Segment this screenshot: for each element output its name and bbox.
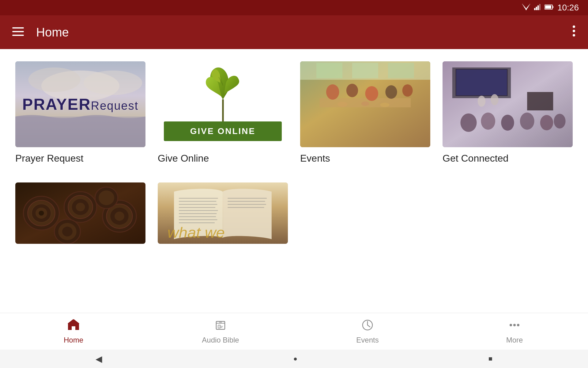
svg-rect-8 <box>12 27 24 29</box>
android-nav-bar: ◀ ● ■ <box>0 350 588 368</box>
cards-grid-second: what we <box>15 182 573 244</box>
svg-point-28 <box>385 85 397 99</box>
svg-point-17 <box>84 71 142 95</box>
getconnected-photo <box>443 61 573 147</box>
svg-point-32 <box>380 103 389 107</box>
page-title: Home <box>36 25 69 39</box>
card-label-events: Events <box>300 153 430 164</box>
signal-icon <box>534 3 541 12</box>
main-content: PRAYERRequest Prayer Request <box>0 49 588 313</box>
card-label-getconnected: Get Connected <box>443 153 573 164</box>
events-clock-icon <box>361 318 374 333</box>
app-bar: Home <box>0 15 588 49</box>
give-online-container: GIVE ONLINE <box>158 61 288 147</box>
card-get-connected[interactable]: Get Connected <box>443 61 573 164</box>
svg-rect-23 <box>388 63 414 78</box>
svg-point-60 <box>115 212 124 221</box>
svg-rect-4 <box>539 4 540 10</box>
svg-rect-9 <box>12 31 24 32</box>
svg-rect-71 <box>179 210 218 211</box>
card-image-bible: what we <box>158 182 288 244</box>
bottom-nav: Home Audio Bible Events <box>0 313 588 350</box>
card-image-give: GIVE ONLINE <box>158 61 288 147</box>
card-bible[interactable]: what we <box>158 182 288 244</box>
svg-point-0 <box>526 9 527 10</box>
svg-rect-73 <box>179 216 216 217</box>
svg-rect-7 <box>552 6 553 8</box>
android-home-button[interactable]: ● <box>293 355 297 363</box>
svg-rect-74 <box>179 219 217 220</box>
svg-rect-1 <box>534 8 535 10</box>
status-bar: 10:26 <box>0 0 588 15</box>
svg-point-31 <box>361 102 369 106</box>
android-back-button[interactable]: ◀ <box>96 354 102 364</box>
svg-rect-21 <box>316 63 342 78</box>
android-recent-button[interactable]: ■ <box>488 355 492 363</box>
audio-bible-icon <box>214 318 227 333</box>
svg-rect-76 <box>228 198 267 199</box>
svg-line-91 <box>368 325 370 327</box>
wifi-icon <box>522 3 530 12</box>
nav-label-events-nav: Events <box>356 336 379 344</box>
svg-rect-72 <box>179 213 217 214</box>
more-icon <box>508 318 521 333</box>
cards-grid: PRAYERRequest Prayer Request <box>15 61 573 164</box>
svg-rect-2 <box>536 7 537 10</box>
svg-point-94 <box>517 324 519 326</box>
home-icon <box>67 318 80 333</box>
hamburger-icon[interactable] <box>12 27 24 38</box>
svg-rect-77 <box>228 201 265 202</box>
svg-rect-69 <box>179 204 217 205</box>
nav-label-more: More <box>506 336 523 344</box>
nav-item-home[interactable]: Home <box>49 318 98 344</box>
svg-rect-68 <box>179 201 216 202</box>
svg-rect-3 <box>537 6 539 10</box>
card-logs[interactable] <box>15 182 145 244</box>
svg-rect-75 <box>179 222 215 223</box>
svg-rect-6 <box>545 6 551 9</box>
card-give-online[interactable]: GIVE ONLINE Give Online <box>158 61 288 164</box>
svg-point-26 <box>346 84 358 97</box>
nav-label-audio-bible: Audio Bible <box>202 336 239 344</box>
svg-text:what we: what we <box>168 224 225 240</box>
give-online-bar: GIVE ONLINE <box>164 121 282 141</box>
svg-rect-10 <box>12 35 24 36</box>
svg-point-12 <box>573 30 575 32</box>
more-vert-icon[interactable] <box>572 25 576 40</box>
card-label-prayer: Prayer Request <box>15 153 145 164</box>
svg-point-25 <box>326 84 339 100</box>
svg-rect-67 <box>179 198 218 199</box>
svg-rect-22 <box>352 63 378 78</box>
svg-point-11 <box>573 25 575 28</box>
nav-label-home: Home <box>64 336 83 344</box>
card-label-give: Give Online <box>158 153 288 164</box>
nav-item-more[interactable]: More <box>490 318 539 344</box>
svg-rect-79 <box>228 207 264 208</box>
card-image-logs <box>15 182 145 244</box>
prayer-background: PRAYERRequest <box>15 61 145 147</box>
svg-point-56 <box>76 203 85 211</box>
card-prayer-request[interactable]: PRAYERRequest Prayer Request <box>15 61 145 164</box>
svg-point-16 <box>28 67 81 92</box>
app-bar-left: Home <box>12 25 69 39</box>
status-time: 10:26 <box>557 3 579 13</box>
svg-point-27 <box>365 86 379 101</box>
card-image-getconnected <box>443 61 573 147</box>
card-events[interactable]: Events <box>300 61 430 164</box>
svg-point-93 <box>513 324 516 326</box>
svg-rect-78 <box>228 204 266 205</box>
svg-point-29 <box>402 84 413 97</box>
events-photo <box>300 61 430 147</box>
svg-point-65 <box>99 190 114 205</box>
card-image-events <box>300 61 430 147</box>
svg-point-13 <box>573 34 575 36</box>
card-image-prayer: PRAYERRequest <box>15 61 145 147</box>
battery-icon <box>545 4 554 12</box>
nav-item-audio-bible[interactable]: Audio Bible <box>196 318 245 344</box>
svg-rect-70 <box>179 207 215 208</box>
svg-point-52 <box>39 211 44 216</box>
nav-item-events[interactable]: Events <box>343 318 392 344</box>
svg-point-63 <box>62 227 73 236</box>
svg-point-92 <box>510 324 512 326</box>
svg-rect-46 <box>443 61 573 147</box>
